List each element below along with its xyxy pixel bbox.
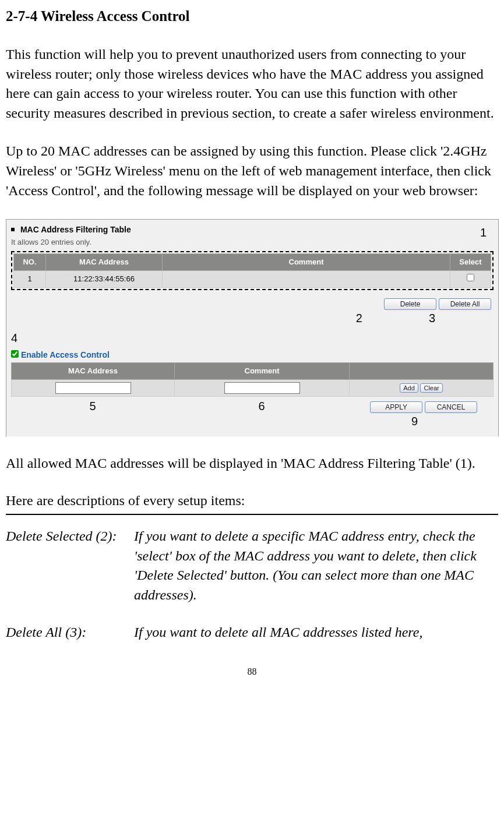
add-button[interactable]: Add (400, 383, 418, 393)
cell-select (450, 271, 491, 288)
annotation-3: 3 (429, 310, 435, 326)
table-header-mac: MAC Address (46, 253, 163, 270)
input-header-actions (350, 362, 494, 379)
table-header-comment: Comment (163, 253, 450, 270)
cell-mac: 11:22:33:44:55:66 (46, 271, 163, 288)
page-number: 88 (6, 665, 498, 678)
clear-button[interactable]: Clear (420, 383, 442, 393)
cell-no: 1 (14, 271, 46, 288)
setup-item-label: Delete Selected (2): (6, 527, 134, 605)
mac-filter-screenshot: 1 MAC Address Filtering Table It allows … (6, 219, 499, 436)
setup-item-desc: If you want to delete a specific MAC add… (134, 527, 498, 605)
select-checkbox[interactable] (467, 274, 474, 281)
bullet-icon (11, 228, 15, 231)
annotation-4: 4 (11, 330, 494, 346)
mac-filter-subtitle: It allows 20 entries only. (11, 237, 494, 248)
post-screenshot-text: All allowed MAC addresses will be displa… (6, 454, 498, 474)
input-header-mac: MAC Address (12, 362, 175, 379)
setup-item-row: Delete Selected (2): If you want to dele… (6, 527, 498, 605)
enable-access-control-label: Enable Access Control (21, 350, 110, 359)
table-header-no: NO. (14, 253, 46, 270)
items-intro: Here are descriptions of every setup ite… (6, 491, 498, 511)
setup-item-label: Delete All (3): (6, 623, 134, 643)
cancel-button[interactable]: CANCEL (425, 401, 477, 413)
annotation-5: 5 (89, 398, 96, 414)
delete-all-button[interactable]: Delete All (439, 298, 491, 310)
input-header-comment: Comment (175, 362, 350, 379)
separator-line (6, 514, 498, 515)
table-row: 1 11:22:33:44:55:66 (14, 271, 491, 288)
input-row: Add Clear (12, 380, 494, 397)
annotation-9: 9 (411, 413, 418, 429)
dashed-highlight: NO. MAC Address Comment Select 1 11:22:3… (11, 251, 494, 290)
mac-input-table: MAC Address Comment Add Clear (11, 362, 494, 397)
setup-item-row: Delete All (3): If you want to delete al… (6, 623, 498, 643)
section-title: 2-7-4 Wireless Access Control (6, 6, 498, 26)
comment-input[interactable] (224, 382, 300, 394)
table-header-select: Select (450, 253, 491, 270)
mac-filter-table: NO. MAC Address Comment Select 1 11:22:3… (13, 253, 491, 288)
annotation-6: 6 (258, 398, 265, 414)
enable-access-control-checkbox[interactable] (11, 350, 19, 358)
mac-address-input[interactable] (55, 382, 131, 394)
mac-filter-title: MAC Address Filtering Table (20, 225, 131, 234)
annotation-1: 1 (480, 224, 487, 241)
intro-paragraph-2: Up to 20 MAC addresses can be assigned b… (6, 142, 498, 200)
apply-button[interactable]: APPLY (370, 401, 422, 413)
cell-comment (163, 271, 450, 288)
annotation-2: 2 (356, 310, 362, 326)
intro-paragraph-1: This function will help you to prevent u… (6, 45, 498, 123)
setup-item-desc: If you want to delete all MAC addresses … (134, 623, 498, 643)
delete-button[interactable]: Delete (384, 298, 436, 310)
